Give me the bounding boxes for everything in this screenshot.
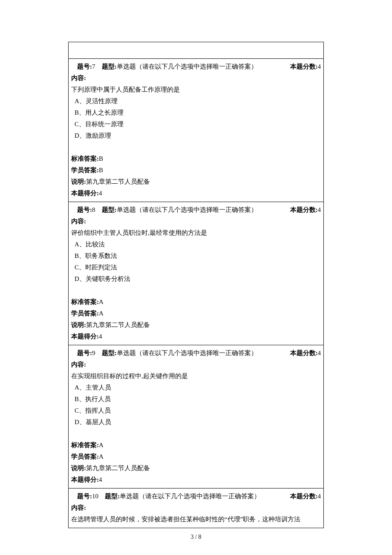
std-ans-label: 标准答案: bbox=[71, 298, 99, 305]
qscore-value: 4 bbox=[318, 63, 321, 70]
qtype-label: 题型: bbox=[105, 493, 120, 500]
qnum-value: 8 bbox=[92, 206, 95, 213]
qscore-value: 4 bbox=[318, 206, 321, 213]
qnum-label: 题号: bbox=[77, 493, 92, 500]
std-ans-value: A bbox=[99, 298, 104, 305]
qtype-label: 题型: bbox=[102, 63, 117, 70]
option-c: C、目标统一原理 bbox=[71, 119, 321, 130]
qtype-label: 题型: bbox=[102, 206, 117, 213]
qscore-label: 本题分数: bbox=[290, 493, 318, 500]
qnum-label: 题号: bbox=[77, 63, 92, 70]
earned-label: 本题得分: bbox=[71, 333, 99, 340]
option-c: C、时距判定法 bbox=[71, 262, 321, 273]
qnum-label: 题号: bbox=[77, 206, 92, 213]
qscore-label: 本题分数: bbox=[290, 350, 318, 356]
question-stem: 在选聘管理人员的时候，安排被选者担任某种临时性的“代理”职务，这种培训方法 bbox=[71, 514, 321, 525]
content-label: 内容: bbox=[71, 75, 86, 81]
option-d: D、基层人员 bbox=[71, 416, 321, 428]
qtype-value: 单选题（请在以下几个选项中选择唯一正确答案） bbox=[117, 63, 257, 70]
std-ans-label: 标准答案: bbox=[71, 155, 99, 162]
stu-ans-label: 学员答案: bbox=[71, 453, 99, 460]
option-a: A、主管人员 bbox=[71, 382, 321, 393]
option-b: B、执行人员 bbox=[71, 393, 321, 405]
option-b: B、职务系数法 bbox=[71, 250, 321, 262]
qscore-value: 4 bbox=[318, 493, 321, 500]
note-value: 第九章第二节人员配备 bbox=[86, 178, 150, 185]
qnum-value: 9 bbox=[92, 350, 95, 356]
question-block: 题号:9 题型:单选题（请在以下几个选项中选择唯一正确答案） 本题分数:4 内容… bbox=[69, 345, 323, 488]
stu-ans-label: 学员答案: bbox=[71, 167, 99, 173]
option-d: D、关键职务分析法 bbox=[71, 273, 321, 285]
stu-ans-value: A bbox=[99, 453, 104, 460]
note-label: 说明: bbox=[71, 465, 86, 471]
question-block: 题号:8 题型:单选题（请在以下几个选项中选择唯一正确答案） 本题分数:4 内容… bbox=[69, 202, 323, 345]
qnum-label: 题号: bbox=[77, 350, 92, 356]
earned-value: 4 bbox=[99, 190, 102, 197]
earned-value: 4 bbox=[99, 333, 102, 340]
question-stem: 下列原理中属于人员配备工作原理的是 bbox=[71, 84, 321, 95]
note-label: 说明: bbox=[71, 178, 86, 185]
qnum-value: 7 bbox=[92, 63, 95, 70]
note-value: 第九章第二节人员配备 bbox=[86, 465, 150, 471]
note-label: 说明: bbox=[71, 321, 86, 328]
qtype-value: 单选题（请在以下几个选项中选择唯一正确答案） bbox=[117, 350, 257, 356]
option-d: D、激励原理 bbox=[71, 130, 321, 142]
stu-ans-label: 学员答案: bbox=[71, 310, 99, 317]
spacer-row bbox=[69, 42, 323, 58]
qtype-label: 题型: bbox=[102, 350, 117, 356]
std-ans-value: B bbox=[99, 155, 103, 162]
question-stem: 评价组织中主管人员职位时,最经常使用的方法是 bbox=[71, 227, 321, 239]
content-label: 内容: bbox=[71, 504, 86, 511]
qnum-value: 10 bbox=[92, 493, 98, 500]
question-block: 题号:10 题型:单选题（请在以下几个选项中选择唯一正确答案） 本题分数:4 内… bbox=[69, 488, 323, 528]
qscore-label: 本题分数: bbox=[290, 206, 318, 213]
qscore-value: 4 bbox=[318, 350, 321, 356]
qtype-value: 单选题（请在以下几个选项中选择唯一正确答案） bbox=[120, 493, 260, 500]
stu-ans-value: B bbox=[99, 167, 103, 173]
std-ans-label: 标准答案: bbox=[71, 442, 99, 448]
std-ans-value: A bbox=[99, 442, 104, 448]
content-label: 内容: bbox=[71, 218, 86, 225]
option-c: C、指挥人员 bbox=[71, 405, 321, 416]
question-block: 题号:7 题型:单选题（请在以下几个选项中选择唯一正确答案） 本题分数:4 内容… bbox=[69, 58, 323, 202]
option-a: A、灵活性原理 bbox=[71, 95, 321, 107]
qtype-value: 单选题（请在以下几个选项中选择唯一正确答案） bbox=[117, 206, 257, 213]
earned-label: 本题得分: bbox=[71, 190, 99, 197]
question-stem: 在实现组织目标的过程中,起关键作用的是 bbox=[71, 370, 321, 382]
option-a: A、比较法 bbox=[71, 239, 321, 250]
option-b: B、用人之长原理 bbox=[71, 107, 321, 119]
page-number: 3 / 8 bbox=[68, 532, 324, 542]
earned-label: 本题得分: bbox=[71, 476, 99, 483]
qscore-label: 本题分数: bbox=[290, 63, 318, 70]
stu-ans-value: A bbox=[99, 310, 104, 317]
note-value: 第九章第二节人员配备 bbox=[86, 321, 150, 328]
content-label: 内容: bbox=[71, 361, 86, 368]
earned-value: 4 bbox=[99, 476, 102, 483]
